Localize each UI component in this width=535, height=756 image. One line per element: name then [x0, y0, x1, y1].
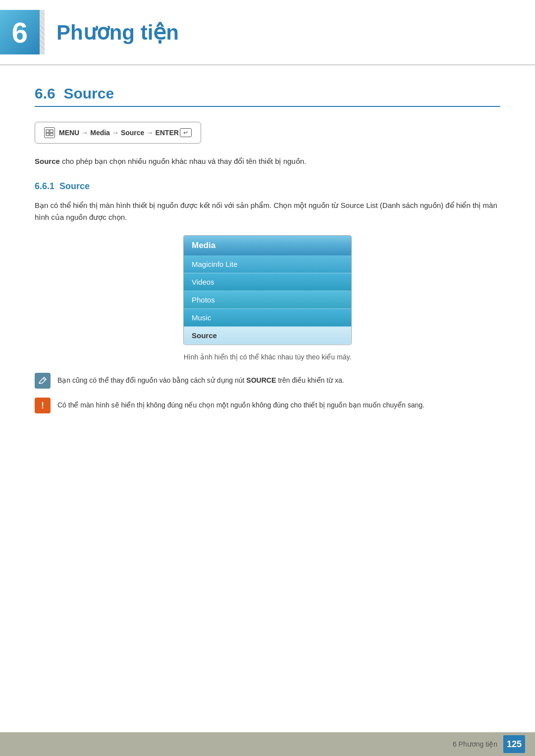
source-bold: Source: [35, 157, 60, 165]
warning-icon: !: [35, 398, 51, 413]
media-menu-title: Media: [184, 236, 351, 255]
chapter-number: 6: [0, 10, 40, 54]
media-menu-caption: Hình ảnh hiển thị có thể khác nhau tùy t…: [35, 353, 500, 361]
media-menu-container: Media Magicinfo Lite Videos Photos Music…: [35, 235, 500, 345]
note-warning-text: Có thể màn hình sẽ hiển thị không đúng n…: [57, 398, 425, 410]
enter-icon: ↵: [180, 128, 192, 137]
source-label-path: Source: [121, 129, 144, 137]
menu-icon: [44, 127, 55, 138]
menu-label: MENU: [59, 129, 79, 137]
media-label: Media: [90, 129, 110, 137]
pencil-icon: [35, 373, 51, 389]
media-menu: Media Magicinfo Lite Videos Photos Music…: [183, 235, 352, 345]
enter-label: ENTER: [155, 129, 178, 137]
note-warning: ! Có thể màn hình sẽ hiển thị không đúng…: [35, 398, 500, 413]
menu-item-magicinfo: Magicinfo Lite: [184, 255, 351, 273]
menu-item-videos: Videos: [184, 273, 351, 291]
svg-rect-0: [46, 130, 49, 133]
svg-rect-2: [46, 133, 49, 136]
menu-path-box: MENU → Media → Source → ENTER ↵: [35, 122, 201, 144]
svg-rect-3: [50, 133, 53, 136]
section-heading: 6.6 Source: [35, 85, 500, 107]
main-content: 6.6 Source MENU → Media → Source → ENTER…: [0, 85, 535, 413]
menu-item-source: Source: [184, 327, 351, 345]
svg-rect-1: [50, 130, 53, 133]
footer: 6 Phương tiện 125: [0, 732, 535, 756]
menu-item-music: Music: [184, 309, 351, 327]
sub-section-heading: 6.6.1 Source: [35, 181, 500, 192]
chapter-header: 6 Phương tiện: [0, 0, 535, 65]
arrow1: →: [81, 129, 88, 137]
svg-line-4: [43, 378, 45, 380]
chapter-title: Phương tiện: [56, 20, 179, 45]
arrow3: →: [146, 129, 153, 137]
note-pencil-text: Bạn cũng có thể thay đổi nguồn vào bằng …: [57, 373, 344, 386]
chapter-bg-pattern: 6: [0, 10, 45, 54]
sub-description: Bạn có thể hiển thị màn hình thiết bị ng…: [35, 200, 500, 223]
footer-text: 6 Phương tiện: [453, 740, 497, 748]
footer-page-number: 125: [503, 735, 525, 753]
main-description: Source cho phép bạn chọn nhiều nguồn khá…: [35, 155, 500, 167]
menu-item-photos: Photos: [184, 291, 351, 309]
arrow2: →: [112, 129, 119, 137]
note-pencil: Bạn cũng có thể thay đổi nguồn vào bằng …: [35, 373, 500, 389]
